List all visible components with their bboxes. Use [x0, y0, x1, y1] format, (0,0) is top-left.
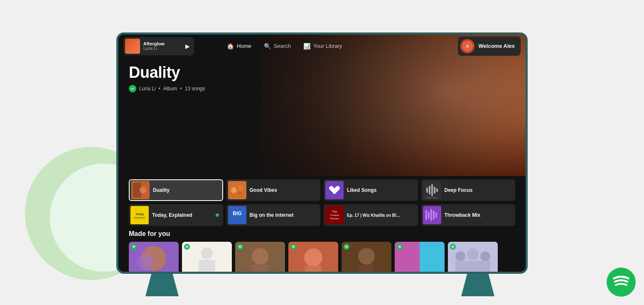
svg-point-59	[455, 251, 465, 261]
spotify-icon-indie	[237, 244, 243, 250]
nav-home-label: Home	[237, 43, 251, 49]
spotify-icon-lo-blanquito	[450, 244, 456, 250]
grid-item-today[interactable]: Today Explained Today, Explained	[129, 204, 223, 226]
card-daylist[interactable]: daylist	[129, 242, 179, 272]
grid-item-bigoninternet[interactable]: BIG Big on the internet	[226, 204, 321, 226]
svg-rect-44	[252, 265, 268, 272]
hero-type: Album	[163, 86, 177, 92]
grid-label-today: Today, Explained	[152, 212, 192, 218]
grid-label-wiz: Ep. 17 | Wiz Khalifa on Blog Era Highs, …	[347, 213, 401, 218]
made-for-you-section: Made for you daylist	[129, 230, 515, 272]
svg-point-39	[201, 248, 213, 259]
card-funk-mix[interactable]: Funk Mix	[288, 242, 338, 272]
spotify-verified-icon	[129, 85, 136, 92]
nav-search[interactable]: 🔍 Search	[264, 43, 291, 50]
card-lo-blanquito[interactable]: Lo Blanquiño Mix	[448, 242, 498, 272]
play-button[interactable]: ▶	[185, 43, 190, 50]
card-release-radar[interactable]: Release Radar	[182, 242, 232, 272]
spotify-icon-daylist	[131, 244, 137, 250]
grid-item-wiz[interactable]: The Creative Podcast Ep. 17 | Wiz Khalif…	[324, 204, 418, 226]
card-indie-mix[interactable]: Indie Mix	[235, 242, 285, 272]
user-avatar: A	[460, 39, 474, 53]
grid-label-likedsongs: Liked Songs	[347, 187, 376, 193]
now-playing-artist: Luna Li	[143, 46, 182, 51]
svg-rect-17	[436, 188, 438, 192]
nav-center: 🏠 Home 🔍 Search 📊 Your Library	[227, 43, 342, 50]
topbar: Afterglow Luna Li ▶ 🏠 Home 🔍 Search 📊 Yo…	[118, 35, 526, 57]
svg-rect-62	[455, 261, 490, 272]
svg-rect-40	[199, 260, 215, 272]
svg-rect-16	[434, 187, 435, 193]
new-episode-dot	[216, 213, 219, 217]
card-folk-acoustic[interactable]: Folk & Acoustic Mix	[342, 242, 391, 272]
svg-point-9	[238, 185, 243, 190]
user-pill[interactable]: A Welcome Alex	[458, 37, 521, 56]
card-img-release-radar: Release Radar	[182, 242, 232, 272]
grid-label-duality: Duality	[153, 187, 170, 193]
search-icon: 🔍	[264, 43, 271, 50]
grid-item-goodvibes[interactable]: Good Vibes	[226, 179, 321, 201]
tv-stand-left	[145, 271, 179, 296]
grid-item-duality[interactable]: Duality	[129, 179, 223, 201]
svg-rect-13	[426, 188, 428, 193]
nav-library[interactable]: 📊 Your Library	[303, 43, 342, 50]
hero-meta: Luna Li • Album • 13 songs	[129, 85, 205, 92]
svg-text:The: The	[332, 210, 337, 213]
svg-point-61	[480, 251, 490, 261]
svg-rect-14	[429, 186, 430, 194]
svg-text:Explained: Explained	[134, 216, 145, 219]
svg-text:Today: Today	[135, 213, 144, 216]
svg-text:Podcast: Podcast	[330, 217, 339, 220]
svg-text:A: A	[466, 44, 469, 49]
card-img-daylist: daylist	[129, 242, 179, 272]
grid-thumb-wiz: The Creative Podcast	[325, 206, 344, 224]
nav-library-label: Your Library	[313, 43, 342, 49]
spotify-icon-funk	[290, 244, 296, 250]
nav-home[interactable]: 🏠 Home	[227, 43, 251, 50]
grid-item-likedsongs[interactable]: Liked Songs	[324, 179, 418, 201]
grid-item-throwback[interactable]: Throwback Mix	[421, 204, 516, 226]
svg-rect-29	[425, 210, 427, 220]
grid-label-deepfocus: Deep Focus	[445, 187, 473, 193]
svg-rect-56	[420, 242, 445, 272]
card-img-lo-blanquito: Lo Blanquiño Mix	[448, 242, 498, 272]
grid-thumb-goodvibes	[228, 181, 246, 199]
svg-text:Creative: Creative	[330, 214, 339, 216]
card-img-funk-mix: Funk Mix	[288, 242, 338, 272]
svg-point-10	[238, 191, 242, 196]
hero-title: Duality	[129, 64, 205, 82]
svg-point-51	[358, 248, 375, 265]
svg-text:Deep Focus: Deep Focus	[426, 196, 438, 199]
spotify-icon-folk	[344, 244, 349, 250]
grid-thumb-duality	[131, 181, 150, 199]
svg-rect-31	[430, 209, 432, 221]
now-playing-info: Afterglow Luna Li	[143, 41, 182, 51]
tv-stand-right	[461, 271, 494, 296]
card-img-indie-mix: Indie Mix	[235, 242, 285, 272]
nav-search-label: Search	[274, 43, 291, 49]
grid-label-throwback: Throwback Mix	[445, 212, 481, 218]
grid-thumb-today: Today Explained	[130, 206, 149, 224]
card-discover-weekly[interactable]: Discover Weekly	[395, 242, 445, 272]
hero-song-count: 13 songs	[185, 86, 205, 92]
now-playing-thumbnail	[125, 39, 140, 54]
grid-thumb-deepfocus: Deep Focus	[423, 181, 441, 199]
quick-items-grid: Duality Good Vibes	[129, 179, 515, 226]
grid-label-goodvibes: Good Vibes	[250, 187, 277, 193]
svg-point-36	[137, 254, 154, 271]
svg-rect-33	[435, 213, 437, 218]
spotify-logo	[607, 268, 636, 297]
now-playing-pill[interactable]: Afterglow Luna Li ▶	[123, 37, 194, 55]
grid-item-deepfocus[interactable]: Deep Focus Deep Focus	[421, 179, 516, 201]
cards-row: daylist	[129, 242, 515, 272]
svg-rect-48	[305, 266, 322, 272]
home-icon: 🏠	[227, 43, 234, 50]
svg-point-43	[252, 248, 268, 265]
svg-rect-30	[428, 212, 430, 218]
hero-content: Duality Luna Li • Album • 13 songs	[129, 64, 205, 92]
svg-point-6	[140, 187, 146, 193]
svg-rect-32	[433, 211, 435, 219]
svg-point-64	[607, 268, 636, 297]
svg-point-47	[304, 248, 322, 267]
svg-text:BIG: BIG	[233, 211, 241, 216]
